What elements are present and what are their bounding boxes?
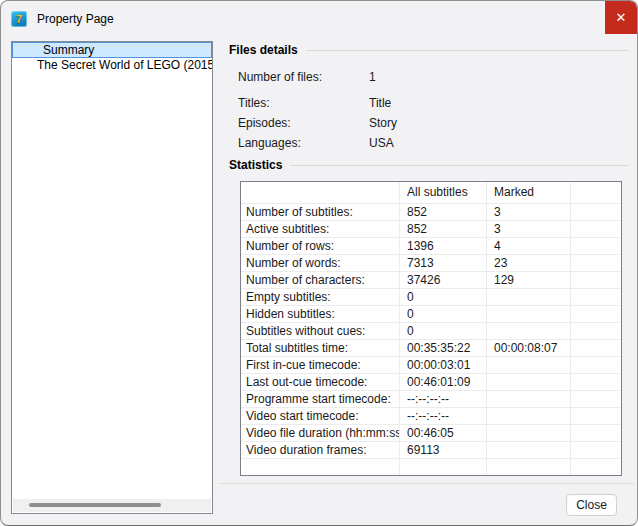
stat-marked-value <box>486 390 570 407</box>
stat-row-label: First in-cue timecode: <box>241 356 399 373</box>
stat-all-subtitles-value: 0 <box>399 288 486 305</box>
stat-extra-cell <box>570 458 621 475</box>
stat-extra-cell <box>570 441 621 458</box>
files-detail-value: Title <box>369 93 391 113</box>
stat-all-subtitles-value: 852 <box>399 220 486 237</box>
stat-marked-value <box>486 373 570 390</box>
statistics-group-header: Statistics <box>229 158 631 172</box>
stat-all-subtitles-value: 00:00:03:01 <box>399 356 486 373</box>
stat-all-subtitles-value: 852 <box>399 203 486 220</box>
stat-row-label: Number of subtitles: <box>241 203 399 220</box>
files-detail-row: Titles: Title <box>238 93 628 113</box>
close-icon: ✕ <box>616 11 627 24</box>
files-detail-value: 1 <box>369 67 376 87</box>
stat-marked-value: 23 <box>486 254 570 271</box>
stat-row-label: Number of rows: <box>241 237 399 254</box>
stat-extra-cell <box>570 237 621 254</box>
list-item[interactable]: The Secret World of LEGO (2015) EN <box>12 58 212 74</box>
stat-row-label: Active subtitles: <box>241 220 399 237</box>
stat-marked-value <box>486 407 570 424</box>
files-detail-row: Number of files: 1 <box>238 67 628 87</box>
files-details-rows: Number of files: 1 Titles: Title Episode… <box>238 67 628 153</box>
stat-row-label: Video file duration (hh:mm:ss): <box>241 424 399 441</box>
files-detail-value: USA <box>369 133 394 153</box>
stats-col-header-marked: Marked <box>486 182 570 203</box>
stat-extra-cell <box>570 373 621 390</box>
stat-extra-cell <box>570 305 621 322</box>
stat-all-subtitles-value: 69113 <box>399 441 486 458</box>
stat-row-label: Video start timecode: <box>241 407 399 424</box>
statistics-heading: Statistics <box>229 158 282 172</box>
stat-row-label <box>241 458 399 475</box>
stat-marked-value <box>486 356 570 373</box>
stat-extra-cell <box>570 288 621 305</box>
files-detail-label: Number of files: <box>238 70 322 84</box>
file-list[interactable]: Summary The Secret World of LEGO (2015) … <box>11 41 213 514</box>
stat-all-subtitles-value: 0 <box>399 305 486 322</box>
stat-marked-value <box>486 322 570 339</box>
stat-marked-value <box>486 305 570 322</box>
stat-all-subtitles-value <box>399 458 486 475</box>
stat-marked-value: 3 <box>486 203 570 220</box>
stat-marked-value: 129 <box>486 271 570 288</box>
stat-all-subtitles-value: 00:46:05 <box>399 424 486 441</box>
stat-extra-cell <box>570 271 621 288</box>
stat-all-subtitles-value: 7313 <box>399 254 486 271</box>
stat-all-subtitles-value: 00:46:01:09 <box>399 373 486 390</box>
stat-extra-cell <box>570 254 621 271</box>
stat-all-subtitles-value: --:--:--:-- <box>399 407 486 424</box>
stat-all-subtitles-value: 0 <box>399 322 486 339</box>
stat-row-label: Number of characters: <box>241 271 399 288</box>
stat-all-subtitles-value: --:--:--:-- <box>399 390 486 407</box>
list-item-label: Summary <box>43 43 94 57</box>
stat-extra-cell <box>570 407 621 424</box>
files-detail-label: Episodes: <box>238 116 291 130</box>
stat-extra-cell <box>570 203 621 220</box>
statistics-rule <box>290 165 629 166</box>
stats-col-header-extra <box>570 182 621 203</box>
list-item-label: The Secret World of LEGO (2015) EN <box>37 58 212 72</box>
stat-extra-cell <box>570 390 621 407</box>
titlebar: 7 Property Page ✕ <box>1 1 637 37</box>
stat-extra-cell <box>570 356 621 373</box>
window-title: Property Page <box>37 12 114 26</box>
titlebar-close-button[interactable]: ✕ <box>605 1 637 34</box>
stat-row-label: Hidden subtitles: <box>241 305 399 322</box>
close-button[interactable]: Close <box>566 494 617 516</box>
app-icon: 7 <box>11 11 27 27</box>
stat-row-label: Empty subtitles: <box>241 288 399 305</box>
files-detail-label: Titles: <box>238 96 270 110</box>
stat-row-label: Video duration frames: <box>241 441 399 458</box>
stat-marked-value <box>486 458 570 475</box>
stat-row-label: Last out-cue timecode: <box>241 373 399 390</box>
stat-marked-value: 3 <box>486 220 570 237</box>
stat-marked-value <box>486 441 570 458</box>
stat-extra-cell <box>570 424 621 441</box>
stat-marked-value: 00:00:08:07 <box>486 339 570 356</box>
statistics-table: All subtitles Marked Number of subtitles… <box>240 181 622 476</box>
files-details-group-header: Files details <box>229 43 631 57</box>
stat-row-label: Programme start timecode: <box>241 390 399 407</box>
files-details-heading: Files details <box>229 43 298 57</box>
stat-extra-cell <box>570 339 621 356</box>
stat-row-label: Total subtitles time: <box>241 339 399 356</box>
stat-all-subtitles-value: 00:35:35:22 <box>399 339 486 356</box>
scrollbar-thumb[interactable] <box>29 503 161 507</box>
stat-extra-cell <box>570 220 621 237</box>
stat-marked-value <box>486 288 570 305</box>
stats-col-header-empty <box>241 182 399 203</box>
stat-all-subtitles-value: 1396 <box>399 237 486 254</box>
stat-extra-cell <box>570 322 621 339</box>
files-detail-value: Story <box>369 113 397 133</box>
stats-col-header-all-subtitles: All subtitles <box>399 182 486 203</box>
files-detail-row: Episodes: Story <box>238 113 628 133</box>
stat-all-subtitles-value: 37426 <box>399 271 486 288</box>
app-icon-glyph: 7 <box>16 13 22 25</box>
files-details-rule <box>306 50 629 51</box>
files-detail-row: Languages: USA <box>238 133 628 153</box>
horizontal-scrollbar[interactable] <box>13 499 211 512</box>
list-item[interactable]: Summary <box>12 42 212 58</box>
property-page-dialog: 7 Property Page ✕ Summary The Secret Wor… <box>0 0 638 526</box>
stat-row-label: Subtitles without cues: <box>241 322 399 339</box>
stat-marked-value <box>486 424 570 441</box>
